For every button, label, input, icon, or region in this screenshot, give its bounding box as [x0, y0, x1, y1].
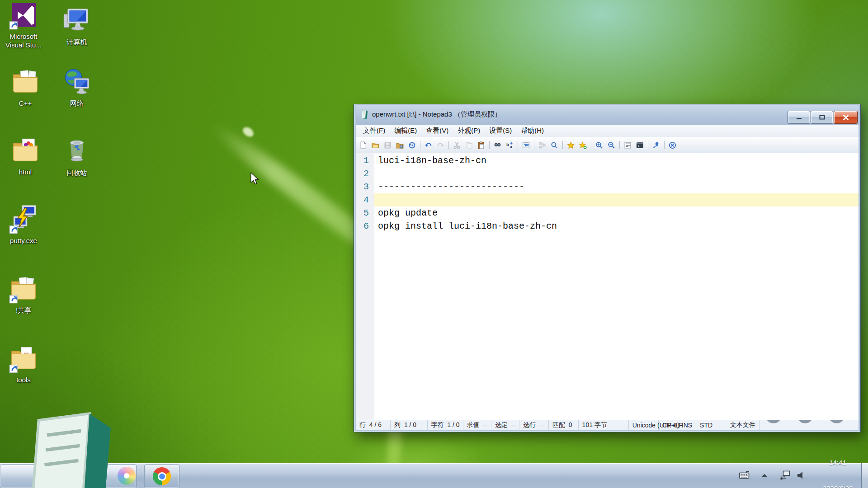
line-number: 2: [356, 167, 374, 180]
new-file-button[interactable]: [358, 140, 369, 151]
status-segment: 求值 --: [463, 420, 492, 430]
html-folder-icon: [10, 136, 41, 166]
menu-item[interactable]: 编辑(E): [390, 125, 421, 137]
title-bar[interactable]: openwrt.txt [I:\] - Notepad3 （管理员权限）: [356, 104, 859, 125]
cpp-folder-icon: [10, 67, 41, 98]
desktop-icon-recycle-bin[interactable]: 回收站: [53, 136, 100, 177]
replace-button[interactable]: ba: [504, 140, 515, 151]
taskbar-clock[interactable]: 14:41 2020/6/28: [813, 441, 863, 488]
recycle-bin-icon: [61, 136, 92, 167]
visual-studio-icon: [8, 0, 39, 31]
copy-button[interactable]: [463, 140, 475, 151]
desktop-icon-html-folder[interactable]: html: [2, 136, 49, 176]
menu-item[interactable]: 文件(F): [359, 125, 390, 137]
status-segment: 列 1 / 0: [391, 420, 427, 430]
desktop-icon-computer[interactable]: 计算机: [53, 5, 100, 46]
line-text: opkg update: [374, 206, 859, 220]
zoom-out-button[interactable]: [606, 140, 617, 151]
minimize-button[interactable]: [788, 111, 810, 124]
chrome-icon: [153, 467, 171, 485]
line-number: 5: [356, 206, 374, 220]
undo-button[interactable]: [423, 140, 434, 151]
toolbar-separator: [663, 140, 666, 151]
open-file-button[interactable]: [370, 140, 381, 151]
maximize-button[interactable]: [811, 111, 833, 124]
status-segment: INS: [678, 420, 696, 430]
redo-button[interactable]: [435, 140, 446, 151]
svg-text:a: a: [510, 144, 513, 149]
status-segment: CR+LF: [659, 420, 678, 430]
network-tray-icon[interactable]: [778, 469, 792, 482]
desktop-icon-tools-folder[interactable]: tools: [0, 343, 47, 384]
toolbar-separator: [447, 140, 450, 151]
menu-item[interactable]: 外观(P): [453, 125, 485, 137]
menu-item[interactable]: 查看(V): [421, 125, 453, 137]
editor-line[interactable]: 3 ---------------------------: [356, 180, 859, 193]
toolbar-separator: [516, 140, 519, 151]
desktop-icon-label: tools: [0, 375, 47, 384]
taskbar-notepad3-button[interactable]: [0, 465, 137, 488]
line-text: luci-i18n-base-zh-cn: [374, 154, 859, 167]
editor-line[interactable]: 2: [356, 167, 859, 180]
desktop-icon-cpp-folder[interactable]: C++: [2, 67, 49, 108]
paste-button[interactable]: [476, 140, 487, 151]
zoom-in-button[interactable]: [594, 140, 605, 151]
revert-button[interactable]: [406, 140, 418, 151]
system-tray: 14:41 2020/6/28: [734, 463, 868, 488]
taskbar-chrome-button[interactable]: [144, 465, 179, 488]
exit-button[interactable]: [667, 140, 678, 151]
desktop-icon-label: html: [2, 168, 49, 176]
editor-line[interactable]: 5 opkg update: [356, 206, 859, 220]
clock-date: 2020/6/28: [813, 484, 863, 488]
computer-icon: [61, 5, 92, 36]
zoom-view-button[interactable]: [549, 140, 560, 151]
scheme-button[interactable]: [537, 140, 548, 151]
close-button[interactable]: [834, 111, 858, 124]
line-number: 3: [356, 180, 374, 193]
toolbar-separator: [590, 140, 593, 151]
console-button[interactable]: [634, 140, 646, 151]
toolbar: ba: [356, 137, 859, 153]
editor-line[interactable]: 4: [356, 193, 859, 206]
menu-item[interactable]: 设置(S): [485, 125, 516, 137]
favorites-button[interactable]: [565, 140, 576, 151]
desktop-icon-network[interactable]: 网络: [53, 67, 100, 108]
line-number: 1: [356, 154, 374, 167]
input-method-keyboard-icon[interactable]: [738, 469, 751, 482]
line-number: 4: [356, 193, 374, 206]
document-list-button[interactable]: [622, 140, 633, 151]
editor-line[interactable]: 1 luci-i18n-base-zh-cn: [356, 154, 859, 167]
desktop-icon-share-folder[interactable]: !共享: [0, 274, 47, 314]
tools-folder-icon: [8, 343, 39, 374]
desktop-icon-area: 计算机 C++ 网络 html: [0, 0, 108, 434]
menu-item[interactable]: 帮助(H): [516, 125, 548, 137]
putty-icon: [8, 204, 39, 235]
volume-tray-icon[interactable]: [795, 469, 808, 482]
find-button[interactable]: [492, 140, 503, 151]
network-icon: [61, 67, 92, 98]
cut-button[interactable]: [451, 140, 462, 151]
pin-button[interactable]: [651, 140, 662, 151]
editor-lines: 1 luci-i18n-base-zh-cn 2 3 -------------…: [356, 153, 859, 233]
add-favorite-button[interactable]: [577, 140, 589, 151]
word-wrap-button[interactable]: [520, 140, 532, 151]
desktop-icon-label: C++: [2, 99, 49, 108]
menu-bar: 文件(F) 编辑(E) 查看(V) 外观(P) 设置(S) 帮助(H): [356, 125, 859, 137]
desktop-icon-label: putty.exe: [0, 236, 47, 245]
save-button[interactable]: [382, 140, 393, 151]
line-text: ---------------------------: [374, 180, 859, 193]
show-hidden-icons-button[interactable]: [758, 469, 771, 482]
desktop-icon-visual-studio[interactable]: Microsoft Visual Stu...: [0, 0, 47, 49]
desktop-icon-label: !共享: [0, 306, 47, 314]
status-segment: Unicode (UTF-8): [629, 420, 659, 430]
status-segment: 101 字节: [579, 420, 629, 430]
desktop-icon-putty[interactable]: putty.exe: [0, 204, 47, 245]
toolbar-separator: [561, 140, 564, 151]
notepad3-logo-icon: [359, 110, 369, 120]
editor[interactable]: 1 luci-i18n-base-zh-cn 2 3 -------------…: [356, 153, 859, 420]
toolbar-separator: [533, 140, 536, 151]
show-desktop-button[interactable]: [861, 463, 868, 488]
save-as-button[interactable]: [394, 140, 406, 151]
editor-line[interactable]: 6 opkg install luci-i18n-base-zh-cn: [356, 220, 859, 233]
status-segment: STD: [696, 420, 726, 430]
